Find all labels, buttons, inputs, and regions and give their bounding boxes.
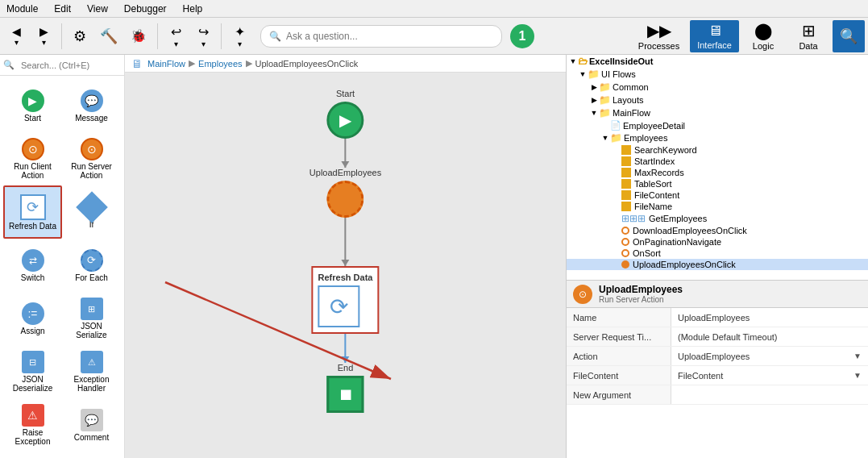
start-node: Start ▶ bbox=[327, 89, 364, 139]
search-btn[interactable]: 🔍 bbox=[833, 20, 865, 52]
tree-root[interactable]: ▼ 🗁 ExcelInsideOut bbox=[567, 55, 868, 68]
tool-message[interactable]: 💬 Message bbox=[62, 79, 121, 132]
tree-filename[interactable]: FileName bbox=[567, 201, 868, 212]
right-panel: ▼ 🗁 ExcelInsideOut ▼ 📁 UI Flows ▶ 📁 Comm… bbox=[566, 55, 868, 458]
raise-tool-icon: ⚠ bbox=[22, 404, 44, 427]
tool-assign[interactable]: := Assign bbox=[3, 292, 62, 345]
action-dropdown-btn[interactable]: ▼ bbox=[853, 352, 862, 360]
tree-filecontent[interactable]: FileContent bbox=[567, 189, 868, 201]
tree-ui-flows[interactable]: ▼ 📁 UI Flows bbox=[567, 68, 868, 81]
refresh-node-inner[interactable]: ⟳ bbox=[318, 285, 360, 327]
toolbox-panel: 🔍 ◀◀ ▶ Start 💬 Message ⊙ bbox=[0, 55, 125, 458]
var-icon-filecontent bbox=[621, 190, 631, 200]
connector-2 bbox=[345, 218, 347, 266]
data-icon: ⊞ bbox=[802, 21, 816, 40]
tree-common[interactable]: ▶ 📁 Common bbox=[567, 81, 868, 94]
tool-json-ser[interactable]: ⊞ JSON Serialize bbox=[62, 292, 121, 345]
props-value-filecontent[interactable]: FileContent ▼ bbox=[671, 366, 868, 385]
tool-exception[interactable]: ⚠ Exception Handler bbox=[62, 345, 121, 398]
tree-mainflow[interactable]: ▼ 📁 MainFlow bbox=[567, 106, 868, 119]
tool-if[interactable]: If bbox=[62, 185, 121, 239]
tree-maxrecords[interactable]: MaxRecords bbox=[567, 167, 868, 178]
menu-debugger[interactable]: Debugger bbox=[121, 3, 170, 15]
tree-searchkeyword[interactable]: SearchKeyword bbox=[567, 144, 868, 156]
tool-switch[interactable]: ⇄ Switch bbox=[3, 239, 62, 292]
tool-foreach[interactable]: ⟳ For Each bbox=[62, 239, 121, 292]
message-tool-icon: 💬 bbox=[81, 90, 103, 112]
root-folder-icon: 🗁 bbox=[578, 56, 588, 67]
event-icon-onsort bbox=[621, 249, 629, 257]
logic-icon: ⬤ bbox=[754, 21, 772, 40]
props-title: UploadEmployees bbox=[599, 284, 683, 295]
top-right-buttons: ▶▶ Processes 🖥 Interface ⬤ Logic ⊞ Data … bbox=[631, 20, 865, 52]
back-btn[interactable]: ◀ ▾ bbox=[3, 20, 29, 52]
employeedetail-icon: 📄 bbox=[610, 120, 621, 131]
undo-btn[interactable]: ↩ ▾ bbox=[163, 20, 189, 52]
build-btn[interactable]: 🔨 bbox=[94, 20, 123, 52]
start-node-circle[interactable]: ▶ bbox=[327, 102, 364, 139]
tree-startindex[interactable]: StartIndex bbox=[567, 156, 868, 167]
tool-json-deser[interactable]: ⊟ JSON Deserialize bbox=[3, 345, 62, 398]
properties-panel: ⊙ UploadEmployees Run Server Action Name… bbox=[567, 281, 868, 458]
layouts-icon: 📁 bbox=[599, 94, 611, 106]
menu-bar: Module Edit View Debugger Help bbox=[0, 0, 868, 18]
tree-tablesort[interactable]: TableSort bbox=[567, 178, 868, 189]
end-node-square[interactable]: ⏹ bbox=[327, 376, 364, 413]
tree-onsort[interactable]: OnSort bbox=[567, 248, 868, 259]
debug-btn[interactable]: 🐞 bbox=[125, 20, 152, 52]
props-value-action[interactable]: UploadEmployees ▼ bbox=[671, 347, 868, 365]
ai-btn[interactable]: ✦ ▾ bbox=[226, 20, 252, 52]
tree-employees[interactable]: ▼ 📁 Employees bbox=[567, 131, 868, 144]
forward-btn[interactable]: ▶ ▾ bbox=[31, 20, 56, 52]
exception-tool-icon: ⚠ bbox=[81, 351, 103, 373]
refresh-tool-icon: ⟳ bbox=[20, 194, 46, 220]
tree-employeedetail[interactable]: 📄 EmployeeDetail bbox=[567, 119, 868, 131]
tree-paginate[interactable]: OnPaginationNavigate bbox=[567, 236, 868, 248]
switch-tool-icon: ⇄ bbox=[22, 249, 44, 272]
props-row-name: Name UploadEmployees bbox=[567, 308, 868, 327]
new-argument-input[interactable] bbox=[678, 390, 862, 400]
tree-upload[interactable]: UploadEmployeesOnClick bbox=[567, 259, 868, 270]
processes-btn[interactable]: ▶▶ Processes bbox=[631, 20, 687, 52]
menu-edit[interactable]: Edit bbox=[51, 3, 74, 15]
tree-layouts[interactable]: ▶ 📁 Layouts bbox=[567, 94, 868, 106]
main-content: 🔍 ◀◀ ▶ Start 💬 Message ⊙ bbox=[0, 55, 868, 458]
processes-icon: ▶▶ bbox=[647, 21, 671, 40]
tool-raise[interactable]: ⚠ Raise Exception bbox=[3, 398, 62, 452]
if-tool-icon bbox=[81, 196, 103, 219]
tool-start[interactable]: ▶ Start bbox=[3, 79, 62, 132]
json-deser-tool-icon: ⊟ bbox=[22, 351, 44, 373]
toolbox-search-input[interactable] bbox=[18, 55, 125, 76]
breadcrumb: 🖥 MainFlow ▶ Employees ▶ UploadEmployees… bbox=[125, 55, 566, 73]
props-label-action: Action bbox=[567, 347, 671, 365]
notification-badge[interactable]: 1 bbox=[510, 24, 534, 48]
interface-btn[interactable]: 🖥 Interface bbox=[690, 20, 739, 52]
event-icon-download bbox=[621, 227, 629, 235]
props-label-timeout: Server Request Ti... bbox=[567, 327, 671, 346]
tool-run-client[interactable]: ⊙ Run Client Action bbox=[3, 132, 62, 185]
upload-node-circle[interactable] bbox=[327, 181, 364, 218]
ask-question-input[interactable] bbox=[286, 31, 493, 42]
toolbox-grid: ▶ Start 💬 Message ⊙ Run Client Action bbox=[0, 76, 124, 455]
assign-tool-icon: := bbox=[22, 302, 44, 325]
logic-btn[interactable]: ⬤ Logic bbox=[742, 20, 784, 52]
settings-btn[interactable]: ⚙ bbox=[67, 20, 93, 52]
tool-run-server[interactable]: ⊙ Run Server Action bbox=[62, 132, 121, 185]
tree-download[interactable]: DownloadEmployeesOnClick bbox=[567, 225, 868, 236]
employees-icon: 📁 bbox=[610, 132, 622, 144]
props-header: ⊙ UploadEmployees Run Server Action bbox=[567, 281, 868, 308]
run-client-tool-icon: ⊙ bbox=[22, 138, 44, 160]
breadcrumb-part1[interactable]: MainFlow bbox=[147, 59, 185, 69]
tree-getemployees[interactable]: ⊞⊞⊞ GetEmployees bbox=[567, 212, 868, 225]
menu-help[interactable]: Help bbox=[180, 3, 206, 15]
redo-btn[interactable]: ↪ ▾ bbox=[190, 20, 216, 52]
menu-module[interactable]: Module bbox=[3, 3, 41, 15]
var-icon-maxrecords bbox=[621, 168, 631, 177]
filecontent-dropdown-btn[interactable]: ▼ bbox=[853, 371, 862, 380]
menu-view[interactable]: View bbox=[84, 3, 111, 15]
tool-refresh[interactable]: ⟳ Refresh Data bbox=[3, 185, 62, 239]
data-btn[interactable]: ⊞ Data bbox=[787, 20, 829, 52]
foreach-tool-icon: ⟳ bbox=[81, 249, 103, 272]
tool-comment[interactable]: 💬 Comment bbox=[62, 398, 121, 452]
breadcrumb-part2[interactable]: Employees bbox=[198, 59, 242, 69]
